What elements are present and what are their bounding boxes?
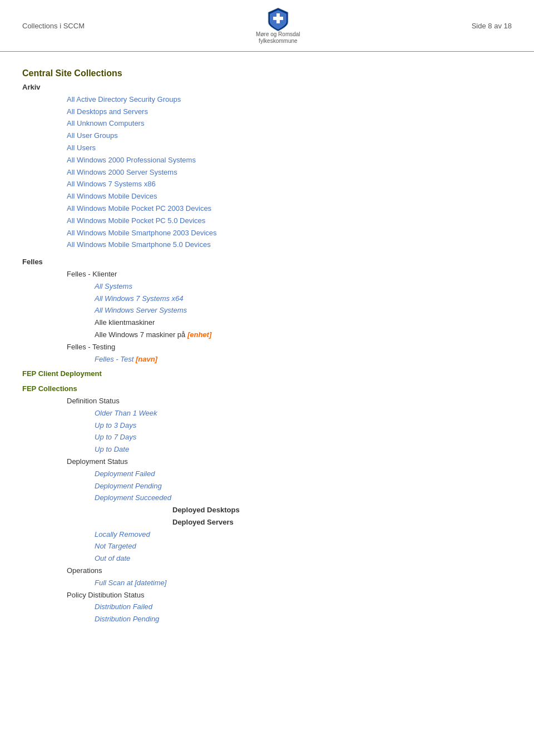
list-item: All Windows Mobile Smartphone 2003 Devic… xyxy=(67,228,512,239)
list-item: All Unknown Computers xyxy=(67,118,512,130)
list-item: Deployment Succeeded xyxy=(95,492,512,504)
list-item: Up to 3 Days xyxy=(95,420,512,432)
list-item: Not Targeted xyxy=(95,541,512,552)
arkiv-label: Arkiv xyxy=(22,82,512,93)
fep-collections-label: FEP Collections xyxy=(22,383,512,395)
list-item: All Desktops and Servers xyxy=(67,106,512,118)
page-number: Side 8 av 18 xyxy=(472,22,512,30)
list-item: Full Scan at [datetime] xyxy=(95,577,512,589)
list-item: All Windows Server Systems xyxy=(95,305,512,317)
list-item: All Windows 2000 Professional Systems xyxy=(67,155,512,166)
felles-label: Felles xyxy=(22,256,512,268)
list-item: All Windows 2000 Server Systems xyxy=(67,167,512,179)
page-header: Collections i SCCM Møre og Romsdal fylke… xyxy=(0,0,534,52)
list-item: All Windows Mobile Smartphone 5.0 Device… xyxy=(67,239,512,251)
list-item: Felles - Test [navn] xyxy=(95,354,512,365)
main-heading: Central Site Collections xyxy=(22,68,512,78)
list-item: All Windows Mobile Devices xyxy=(67,191,512,202)
list-item: All User Groups xyxy=(67,130,512,142)
deployment-status-label: Deployment Status xyxy=(67,456,512,468)
fep-client-deployment-label: FEP Client Deployment xyxy=(22,368,512,380)
list-item: Out of date xyxy=(95,553,512,565)
operations-label: Operations xyxy=(67,565,512,577)
list-item: Deployment Pending xyxy=(95,481,512,492)
list-item: All Windows Mobile Pocket PC 5.0 Devices xyxy=(67,215,512,227)
list-item: Up to Date xyxy=(95,444,512,456)
list-item: Alle Windows 7 maskiner på [enhet] xyxy=(95,329,512,341)
header-left-title: Collections i SCCM xyxy=(22,22,85,30)
policy-distribution-status-label: Policy Distibution Status xyxy=(67,590,512,601)
list-item: All Active Directory Security Groups xyxy=(67,94,512,106)
list-item: All Windows 7 Systems x86 xyxy=(67,179,512,190)
list-item: Distribution Pending xyxy=(95,614,512,625)
deployed-desktops-label: Deployed Desktops xyxy=(172,505,512,516)
definition-status-label: Definition Status xyxy=(67,396,512,407)
logo-icon xyxy=(266,7,290,31)
list-item: All Systems xyxy=(95,281,512,293)
logo-text: Møre og Romsdal fylkeskommune xyxy=(256,31,300,45)
bracket-navn: [navn] xyxy=(136,355,157,363)
list-item: Deployment Failed xyxy=(95,468,512,480)
list-item: Up to 7 Days xyxy=(95,432,512,443)
deployed-servers-label: Deployed Servers xyxy=(172,517,512,528)
list-item: All Windows 7 Systems x64 xyxy=(95,293,512,305)
svg-rect-1 xyxy=(273,17,283,20)
felles-testing-label: Felles - Testing xyxy=(67,342,512,353)
list-item: Alle klientmaskiner xyxy=(95,317,512,329)
list-item: Older Than 1 Week xyxy=(95,408,512,419)
list-item: Locally Removed xyxy=(95,529,512,541)
main-content: Central Site Collections Arkiv All Activ… xyxy=(0,63,534,648)
header-logo-area: Møre og Romsdal fylkeskommune xyxy=(256,7,300,45)
list-item: Distribution Failed xyxy=(95,601,512,613)
list-item: All Windows Mobile Pocket PC 2003 Device… xyxy=(67,203,512,215)
felles-klienter-label: Felles - Klienter xyxy=(67,269,512,280)
bracket-enhet: [enhet] xyxy=(187,330,211,339)
arkiv-section: Arkiv All Active Directory Security Grou… xyxy=(22,82,512,625)
list-item: All Users xyxy=(67,142,512,154)
